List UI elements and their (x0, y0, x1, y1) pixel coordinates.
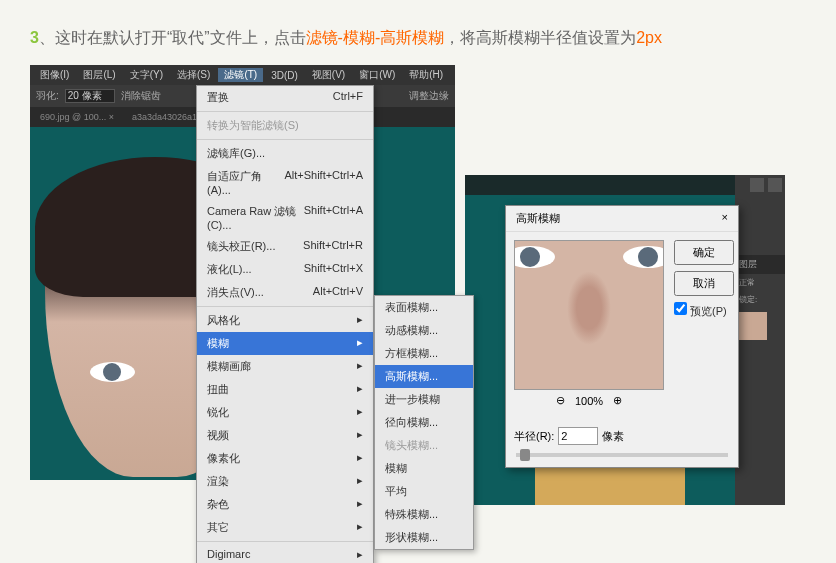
menu-item[interactable]: 文字(Y) (124, 68, 169, 82)
menu-item[interactable]: Camera Raw 滤镜(C)...Shift+Ctrl+A (197, 200, 373, 235)
lock-row: 锁定: (735, 291, 785, 308)
submenu-item[interactable]: 平均 (375, 480, 473, 503)
submenu-item[interactable]: 特殊模糊... (375, 503, 473, 526)
menu-item[interactable]: 自适应广角(A)...Alt+Shift+Ctrl+A (197, 165, 373, 200)
zoom-controls: ⊖ 100% ⊕ (514, 390, 664, 411)
panel-icon[interactable] (768, 178, 782, 192)
submenu-item[interactable]: 方框模糊... (375, 342, 473, 365)
menu-item[interactable]: 选择(S) (171, 68, 216, 82)
instruction-title: 3、这时在默认打开“取代”文件上，点击滤镜-模糊-高斯模糊，将高斯模糊半径值设置… (0, 0, 836, 69)
submenu-item[interactable]: 高斯模糊... (375, 365, 473, 388)
filter-menu-dropdown: 置换Ctrl+F转换为智能滤镜(S)滤镜库(G)...自适应广角(A)...Al… (196, 85, 374, 563)
submenu-item[interactable]: 动感模糊... (375, 319, 473, 342)
dialog-title: 高斯模糊 (516, 211, 560, 226)
menu-item[interactable]: 锐化▸ (197, 401, 373, 424)
menu-item[interactable]: 镜头校正(R)...Shift+Ctrl+R (197, 235, 373, 258)
ok-button[interactable]: 确定 (674, 240, 734, 265)
panel-header[interactable]: 图层 (735, 255, 785, 274)
radius-input[interactable] (558, 427, 598, 445)
menu-item[interactable]: 渲染▸ (197, 470, 373, 493)
zoom-level: 100% (575, 395, 603, 407)
menu-item[interactable]: 图像(I) (34, 68, 75, 82)
close-icon[interactable]: × (722, 211, 728, 226)
menu-item[interactable]: 帮助(H) (403, 68, 449, 82)
zoom-in-icon[interactable]: ⊕ (613, 394, 622, 407)
radius-row: 半径(R): 像素 (506, 419, 738, 453)
menu-item[interactable]: 模糊▸ (197, 332, 373, 355)
submenu-item[interactable]: 形状模糊... (375, 526, 473, 549)
document-tab[interactable]: 690.jpg @ 100... × (36, 110, 118, 124)
panel-icons (735, 175, 785, 195)
menu-item[interactable]: 模糊画廊▸ (197, 355, 373, 378)
menu-item[interactable]: Digimarc▸ (197, 544, 373, 563)
feather-input[interactable] (65, 89, 115, 103)
radius-label: 半径(R): (514, 429, 554, 444)
menu-item[interactable]: 视图(V) (306, 68, 351, 82)
right-panel-bar: 图层 正常 锁定: (735, 175, 785, 505)
menu-item[interactable]: 扭曲▸ (197, 378, 373, 401)
menu-item[interactable]: 滤镜库(G)... (197, 142, 373, 165)
menu-bar: 图像(I)图层(L)文字(Y)选择(S)滤镜(T)3D(D)视图(V)窗口(W)… (30, 65, 455, 85)
submenu-item[interactable]: 进一步模糊 (375, 388, 473, 411)
panel-icon[interactable] (750, 178, 764, 192)
menu-item[interactable]: 置换Ctrl+F (197, 86, 373, 109)
menu-item: 转换为智能滤镜(S) (197, 114, 373, 137)
menu-item[interactable]: 窗口(W) (353, 68, 401, 82)
submenu-item[interactable]: 模糊 (375, 457, 473, 480)
gaussian-blur-dialog: 高斯模糊 × ⊖ 100% ⊕ 确定 取消 预览(P) (505, 205, 739, 468)
menu-item[interactable]: 消失点(V)...Alt+Ctrl+V (197, 281, 373, 304)
menu-item[interactable]: 滤镜(T) (218, 68, 263, 82)
highlight-value: 2px (636, 29, 662, 46)
preview-checkbox[interactable]: 预览(P) (674, 302, 734, 319)
menu-item[interactable]: 风格化▸ (197, 309, 373, 332)
step-number: 3 (30, 29, 39, 46)
highlight-path: 滤镜-模糊-高斯模糊 (306, 29, 445, 46)
submenu-item: 镜头模糊... (375, 434, 473, 457)
photoshop-dialog-window: 图层 正常 锁定: 高斯模糊 × ⊖ 100% ⊕ (465, 175, 785, 505)
feather-label: 羽化: (36, 89, 59, 103)
antialias-check[interactable]: 消除锯齿 (121, 89, 161, 103)
menu-item[interactable]: 液化(L)...Shift+Ctrl+X (197, 258, 373, 281)
blur-submenu: 表面模糊...动感模糊...方框模糊...高斯模糊...进一步模糊径向模糊...… (374, 295, 474, 550)
menu-item[interactable]: 杂色▸ (197, 493, 373, 516)
layers-panel: 图层 正常 锁定: (735, 255, 785, 344)
dialog-titlebar: 高斯模糊 × (506, 206, 738, 232)
layer-thumb[interactable] (739, 312, 767, 340)
eye (90, 362, 135, 382)
menu-item[interactable]: 图层(L) (77, 68, 121, 82)
menu-item[interactable]: 视频▸ (197, 424, 373, 447)
menu-item[interactable]: 3D(D) (265, 70, 304, 81)
zoom-out-icon[interactable]: ⊖ (556, 394, 565, 407)
submenu-item[interactable]: 表面模糊... (375, 296, 473, 319)
radius-slider[interactable] (516, 453, 728, 457)
menu-item[interactable]: 像素化▸ (197, 447, 373, 470)
radius-unit: 像素 (602, 429, 624, 444)
cancel-button[interactable]: 取消 (674, 271, 734, 296)
menu-item[interactable]: 其它▸ (197, 516, 373, 539)
blend-mode[interactable]: 正常 (735, 274, 785, 291)
submenu-item[interactable]: 径向模糊... (375, 411, 473, 434)
photoshop-main-window: 图像(I)图层(L)文字(Y)选择(S)滤镜(T)3D(D)视图(V)窗口(W)… (30, 65, 455, 480)
preview-thumbnail[interactable] (514, 240, 664, 390)
refine-edge-button[interactable]: 调整边缘 (409, 89, 449, 103)
